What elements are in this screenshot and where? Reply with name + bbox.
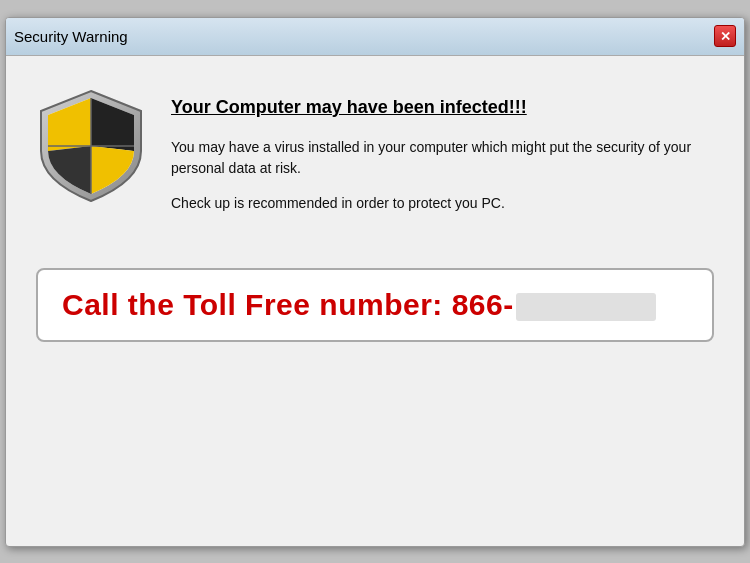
main-content: Your Computer may have been infected!!! … <box>6 56 744 546</box>
body-text-1: You may have a virus installed in your c… <box>171 137 714 179</box>
shield-icon <box>36 86 146 206</box>
redacted-number <box>516 293 656 321</box>
body-text-2: Check up is recommended in order to prot… <box>171 193 714 214</box>
close-button[interactable]: ✕ <box>714 25 736 47</box>
headline-text: Your Computer may have been infected!!! <box>171 96 714 119</box>
title-bar: Security Warning ✕ <box>6 18 744 56</box>
window-title: Security Warning <box>14 28 128 45</box>
message-area: Your Computer may have been infected!!! … <box>171 86 714 228</box>
close-icon: ✕ <box>720 29 731 44</box>
toll-free-box: Call the Toll Free number: 866- <box>36 268 714 342</box>
toll-free-text: Call the Toll Free number: 866- <box>62 288 656 322</box>
top-section: Your Computer may have been infected!!! … <box>36 86 714 228</box>
security-warning-window: Security Warning ✕ <box>5 17 745 547</box>
